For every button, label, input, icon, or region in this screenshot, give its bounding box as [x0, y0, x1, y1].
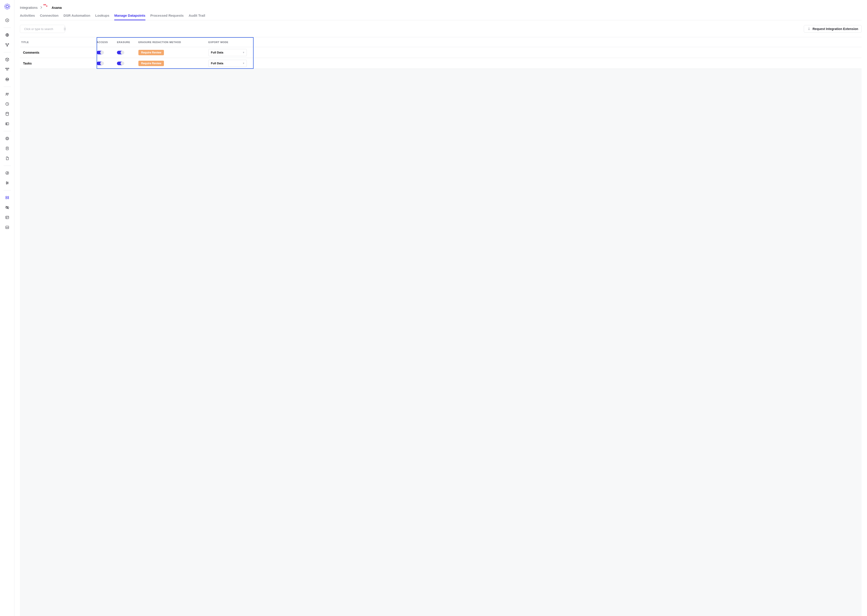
col-erasure: ERASURE [117, 41, 139, 44]
nav-settings-lines-icon[interactable] [4, 179, 11, 187]
table-row: Comments Require Review Full Data ▾ [20, 47, 862, 58]
redaction-badge[interactable]: Require Review [139, 50, 164, 55]
search-add-icon[interactable]: + [64, 27, 66, 31]
nav-globe-icon[interactable] [4, 31, 11, 39]
export-mode-select[interactable]: Full Data ▾ [208, 60, 247, 67]
tab-audit-trail[interactable]: Audit Trail [189, 14, 205, 20]
sidebar-separator [4, 165, 11, 166]
row-title: Comments [20, 51, 97, 54]
nav-nodes-icon[interactable] [4, 41, 11, 49]
breadcrumb: Integrations Asana [20, 5, 862, 9]
tab-processed-requests[interactable]: Processed Requests [150, 14, 184, 20]
svg-point-7 [6, 93, 7, 94]
export-mode-value: Full Data [211, 51, 223, 54]
empty-area [20, 69, 862, 616]
nav-history-icon[interactable] [4, 101, 11, 108]
export-mode-select[interactable]: Full Data ▾ [208, 49, 247, 56]
sidebar-separator [4, 86, 11, 87]
table-row: Tasks Require Review Full Data ▾ [20, 58, 862, 69]
svg-point-23 [8, 198, 9, 199]
breadcrumb-parent[interactable]: Integrations [20, 6, 38, 9]
sidebar-separator [4, 190, 11, 190]
svg-point-8 [8, 93, 8, 94]
nav-globe2-icon[interactable] [4, 76, 11, 83]
svg-rect-25 [6, 216, 9, 219]
app-logo-icon [4, 3, 11, 10]
svg-point-0 [5, 4, 10, 9]
svg-point-16 [6, 171, 9, 174]
asana-icon [45, 5, 49, 9]
breadcrumb-current: Asana [52, 6, 61, 9]
nav-file-icon[interactable] [4, 155, 11, 162]
search-input[interactable] [24, 27, 62, 31]
nav-cube-icon[interactable] [4, 56, 11, 63]
col-title: TITLE [20, 41, 97, 44]
svg-point-22 [8, 196, 9, 197]
nav-database-icon[interactable] [4, 110, 11, 118]
nav-integrations-icon[interactable] [4, 194, 11, 201]
tabs: Activities Connection DSR Automation Loo… [20, 14, 862, 20]
tab-connection[interactable]: Connection [40, 14, 59, 20]
erasure-toggle[interactable] [117, 51, 124, 54]
svg-rect-21 [6, 198, 7, 199]
request-extension-label: Request Integration Extension [813, 27, 858, 31]
col-access: ACCESS [97, 41, 117, 44]
svg-point-10 [6, 112, 9, 113]
datapoints-table: TITLE ACCESS ERASURE ERASURE REDACTION M… [20, 37, 862, 616]
request-extension-button[interactable]: Request Integration Extension [804, 25, 862, 33]
redaction-badge[interactable]: Require Review [139, 61, 164, 66]
svg-point-18 [8, 183, 8, 183]
nav-cubes-icon[interactable] [4, 66, 11, 73]
svg-point-13 [6, 137, 9, 140]
chevron-down-icon: ▾ [243, 51, 244, 54]
svg-point-1 [6, 5, 8, 8]
svg-point-14 [6, 138, 8, 139]
nav-layout-icon[interactable] [4, 214, 11, 221]
svg-point-19 [6, 184, 7, 184]
sidebar-separator [4, 131, 11, 131]
erasure-toggle[interactable] [117, 61, 124, 65]
row-title: Tasks [20, 61, 97, 65]
chevron-right-icon [40, 6, 42, 9]
nav-eye-off-icon[interactable] [4, 204, 11, 211]
nav-people-icon[interactable] [4, 90, 11, 97]
tab-lookups[interactable]: Lookups [95, 14, 109, 20]
table-header: TITLE ACCESS ERASURE ERASURE REDACTION M… [20, 37, 862, 47]
tab-manage-datapoints[interactable]: Manage Datapoints [114, 14, 145, 20]
nav-action-item-icon[interactable] [4, 17, 11, 24]
tab-activities[interactable]: Activities [20, 14, 35, 20]
nav-document-icon[interactable] [4, 145, 11, 152]
sidebar [0, 0, 14, 616]
search-box[interactable]: + [20, 25, 65, 33]
export-mode-value: Full Data [211, 61, 223, 65]
svg-rect-15 [6, 147, 8, 150]
sidebar-separator [4, 52, 11, 52]
svg-point-17 [6, 182, 7, 182]
main-content: Integrations Asana Activities Connection… [14, 0, 867, 616]
toolbar: + Request Integration Extension [20, 25, 862, 33]
col-redaction: ERASURE REDACTION METHOD [139, 41, 208, 44]
tab-dsr-automation[interactable]: DSR Automation [63, 14, 90, 20]
access-toggle[interactable] [97, 61, 103, 65]
nav-id-icon[interactable] [4, 120, 11, 127]
nav-compass-icon[interactable] [4, 170, 11, 177]
chevron-down-icon: ▾ [243, 62, 244, 65]
nav-target-icon[interactable] [4, 135, 11, 142]
col-export-mode: EXPORT MODE [208, 41, 254, 44]
svg-point-12 [6, 123, 7, 124]
sparkle-icon [807, 27, 811, 31]
access-toggle[interactable] [97, 51, 103, 54]
svg-rect-20 [6, 196, 7, 197]
nav-code-icon[interactable] [4, 224, 11, 231]
